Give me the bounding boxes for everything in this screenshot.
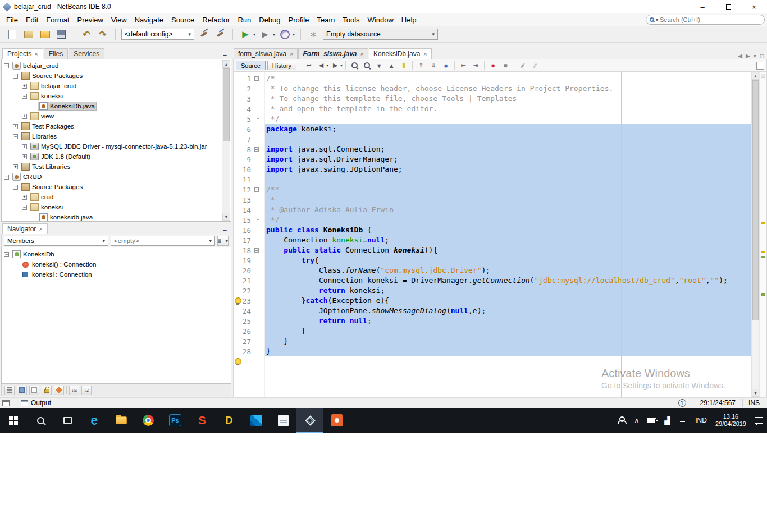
split-editor-button[interactable] <box>756 62 764 70</box>
clean-build-project-button[interactable] <box>213 27 227 41</box>
gutter-line[interactable]: 10 <box>234 164 264 175</box>
code-line-caret[interactable] <box>265 356 751 366</box>
code-line-24[interactable]: JOptionPane.showMessageDialog(null,e); <box>265 306 751 316</box>
tree-node[interactable]: +belajar_crud <box>2 81 222 91</box>
minimize-navigator-button[interactable]: – <box>223 226 227 234</box>
editor-tab-form_siswa.java[interactable]: form_siswa.java× <box>234 48 298 59</box>
datasource-button[interactable]: ∗ <box>307 27 320 41</box>
next-bookmark-button[interactable]: ⇓ <box>428 61 439 71</box>
scroll-down-icon[interactable]: ▼ <box>222 213 230 221</box>
start-macro-recording-button[interactable]: ● <box>487 61 499 71</box>
code-editor[interactable]: /* * To change this license header, choo… <box>265 72 751 397</box>
menu-debug[interactable]: Debug <box>255 15 284 25</box>
menu-view[interactable]: View <box>107 15 131 25</box>
chevron-down-icon[interactable]: ▾ <box>273 32 275 37</box>
code-line-8[interactable]: import java.sql.Connection; <box>265 144 751 154</box>
success-mark[interactable] <box>761 256 765 258</box>
show-hidden-icons-button[interactable]: ∧ <box>630 408 643 433</box>
next-occurrence-button[interactable]: ▼ <box>373 61 385 71</box>
code-line-16[interactable]: public class KoneksiDb { <box>265 225 751 235</box>
expand-handle[interactable]: − <box>4 252 11 257</box>
scroll-up-icon[interactable]: ▲ <box>752 72 759 80</box>
profile-project-button[interactable] <box>278 27 291 41</box>
code-line-11[interactable] <box>265 175 751 185</box>
run-project-button[interactable]: ▶ <box>239 27 252 41</box>
tree-node[interactable]: +Test Packages <box>2 121 222 131</box>
touch-keyboard-button[interactable] <box>674 408 691 433</box>
config-select[interactable]: <default config>▾ <box>121 29 194 40</box>
build-project-button[interactable] <box>197 27 211 41</box>
gutter-line[interactable]: 12− <box>234 185 264 195</box>
code-line-14[interactable]: * @author Adiska Aulia Erwin <box>265 205 751 215</box>
menu-help[interactable]: Help <box>398 15 421 25</box>
toggle-highlight-button[interactable]: ▮ <box>398 61 409 71</box>
tree-node[interactable]: KoneksiDb.java <box>2 101 222 111</box>
editor-tab-Form_siswa.java[interactable]: Form_siswa.java× <box>298 48 368 59</box>
navigator-item[interactable]: koneksi() : Connection <box>2 259 231 269</box>
tree-node[interactable]: +Test Libraries <box>2 162 222 172</box>
menu-source[interactable]: Source <box>167 15 198 25</box>
show-static-members-button[interactable] <box>29 386 39 395</box>
scrollbar-thumb[interactable] <box>752 80 759 320</box>
code-line-18[interactable]: public static Connection koneksi(){ <box>265 245 751 255</box>
minimize-panel-button[interactable]: – <box>223 51 227 59</box>
projects-scrollbar[interactable]: ▲ ▼ <box>222 60 230 221</box>
expand-handle[interactable]: + <box>22 84 29 89</box>
menu-edit[interactable]: Edit <box>22 15 42 25</box>
tree-node[interactable]: +JDK 1.8 (Default) <box>2 152 222 162</box>
shift-line-left-button[interactable]: ⇤ <box>458 61 469 71</box>
fold-collapse-icon[interactable]: − <box>254 248 259 253</box>
menu-format[interactable]: Format <box>42 15 73 25</box>
gutter-line[interactable]: 13 <box>234 195 264 205</box>
menu-profile[interactable]: Profile <box>285 15 313 25</box>
maximize-editor-icon[interactable]: ◻ <box>760 53 764 59</box>
editor-scrollbar[interactable]: ▲ ▼ <box>751 72 759 397</box>
scope-filter-select[interactable]: <empty> ▾ <box>111 236 215 246</box>
navigator-item[interactable]: koneksi : Connection <box>2 269 231 279</box>
navigator-view-button[interactable]: ▾ <box>217 236 229 246</box>
members-filter-select[interactable]: Members ▾ <box>4 236 108 246</box>
expand-handle[interactable]: − <box>13 185 20 190</box>
gutter-line[interactable]: 14 <box>234 205 264 215</box>
tree-node[interactable]: −Libraries <box>2 131 222 141</box>
task-view-button[interactable] <box>54 408 81 433</box>
new-project-button[interactable] <box>22 27 35 41</box>
show-non-public-members-button[interactable] <box>42 386 52 395</box>
minimize-button[interactable]: – <box>690 1 715 13</box>
document-list-icon[interactable]: ▾ <box>754 53 756 59</box>
tree-node[interactable]: −Source Packages <box>2 71 222 81</box>
vscode-app-button[interactable] <box>243 408 270 433</box>
tab-files[interactable]: Files <box>44 48 68 59</box>
quick-search[interactable]: ▾ <box>646 15 765 25</box>
expand-handle[interactable]: − <box>13 134 20 139</box>
gutter-line[interactable]: 28 <box>234 346 264 356</box>
gutter-line[interactable]: 20 <box>234 265 264 276</box>
output-tab[interactable]: Output <box>17 399 54 407</box>
code-line-25[interactable]: return null; <box>265 316 751 326</box>
app-orange-button[interactable] <box>323 408 350 433</box>
warning-mark[interactable] <box>761 222 765 224</box>
menu-tools[interactable]: Tools <box>339 15 363 25</box>
people-button[interactable] <box>613 408 630 433</box>
undo-button[interactable]: ↶ <box>80 27 93 41</box>
expand-handle[interactable]: + <box>22 195 29 200</box>
menu-navigate[interactable]: Navigate <box>131 15 167 25</box>
scroll-down-icon[interactable]: ▼ <box>752 389 759 397</box>
previous-occurrence-button[interactable]: ▲ <box>386 61 397 71</box>
expand-handle[interactable]: + <box>22 154 29 159</box>
gutter-line[interactable]: 1− <box>234 74 264 84</box>
gutter-line[interactable]: 15 <box>234 215 264 225</box>
code-line-13[interactable]: * <box>265 195 751 205</box>
code-line-12[interactable]: /** <box>265 185 751 195</box>
gutter-line[interactable]: 18− <box>234 245 264 255</box>
gutter-line[interactable]: 6 <box>234 124 264 134</box>
close-icon[interactable]: × <box>290 51 293 57</box>
chevron-down-icon[interactable]: ▾ <box>253 32 255 37</box>
fold-collapse-icon[interactable]: − <box>254 76 259 81</box>
expand-handle[interactable]: − <box>4 175 11 180</box>
close-icon[interactable]: × <box>39 226 42 232</box>
editor-tab-KoneksiDb.java[interactable]: KoneksiDb.java× <box>369 48 432 59</box>
menu-team[interactable]: Team <box>313 15 339 25</box>
scroll-up-icon[interactable]: ▲ <box>222 60 230 68</box>
close-button[interactable]: × <box>741 1 767 13</box>
